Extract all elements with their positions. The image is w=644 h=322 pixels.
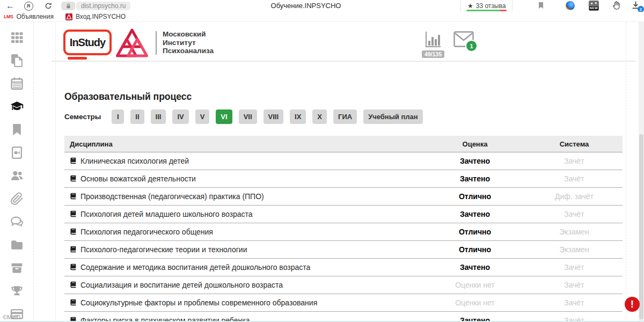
paperclip-icon[interactable]	[10, 192, 24, 206]
bookmark-icon[interactable]	[10, 122, 24, 136]
header-divider	[52, 61, 636, 62]
yandex-search-icon[interactable]: Я	[24, 0, 33, 12]
system-value: Зачёт	[526, 152, 623, 170]
grades-table: Дисциплина Оценка Система Клиническая пс…	[64, 136, 623, 322]
url-text[interactable]: dist.inpsycho.ru	[76, 2, 130, 10]
system-value: Зачёт	[526, 170, 623, 188]
mail-button[interactable]: 1	[453, 31, 474, 48]
refresh-button[interactable]	[43, 0, 54, 12]
semester-button-V[interactable]: V	[195, 109, 210, 124]
discipline-link[interactable]: Производственная (педагогическая) практи…	[80, 192, 264, 201]
semester-button-IV[interactable]: IV	[172, 109, 188, 124]
table-header-row: Дисциплина Оценка Система	[64, 136, 623, 152]
table-row: Психолого-педагогические теории и технол…	[64, 241, 623, 259]
video-file-icon[interactable]	[10, 145, 24, 159]
scrollbar-track[interactable]	[639, 22, 644, 322]
star-icon: ★	[467, 2, 473, 10]
graduation-cap-icon[interactable]	[10, 99, 24, 113]
extension-new-icon[interactable]: NEW	[589, 1, 599, 11]
discipline-link[interactable]: Клиническая психология детей	[80, 157, 189, 165]
bookmarks-bar: LMS Объявления Вход.INPSYCHO	[0, 12, 644, 22]
table-row: Содержание и методика воспитания детей д…	[64, 259, 623, 276]
bookmark-item-announcements[interactable]: LMS Объявления	[4, 13, 54, 20]
semester-button-III[interactable]: III	[151, 109, 166, 124]
discipline-link[interactable]: Психология детей младшего школьного возр…	[80, 210, 253, 218]
semester-button-II[interactable]: II	[130, 109, 144, 124]
scrollbar-thumb[interactable]	[639, 134, 643, 319]
column-system: Система	[526, 136, 623, 152]
book-icon	[70, 299, 77, 306]
semester-button-VIII[interactable]: VIII	[264, 109, 284, 124]
sidebar-icons	[0, 22, 33, 321]
semester-button-ГИА[interactable]: ГИА	[333, 109, 357, 124]
copy-documents-icon[interactable]	[10, 53, 24, 67]
book-icon	[70, 246, 77, 253]
institute-name: Московский Институт Психоанализа	[163, 30, 214, 55]
discipline-link[interactable]: Содержание и методика воспитания детей д…	[80, 263, 310, 272]
chat-icon[interactable]	[10, 215, 24, 229]
reviews-widget[interactable]: ★ 33 отзыва	[460, 0, 513, 11]
discipline-link[interactable]: Психолого-педагогические теории и технол…	[80, 245, 247, 254]
archive-icon[interactable]	[10, 261, 24, 275]
table-row: Психология детей младшего школьного возр…	[64, 206, 623, 223]
semester-button-VI[interactable]: VI	[216, 109, 232, 124]
extension-hand-icon[interactable]	[612, 1, 623, 11]
trophy-icon[interactable]	[10, 284, 24, 298]
sidebar-footer: ©МИП	[3, 314, 20, 320]
column-discipline: Дисциплина	[64, 136, 424, 152]
mip-favicon-icon	[65, 13, 72, 20]
back-button[interactable]: ←	[4, 0, 16, 12]
discipline-link[interactable]: Основы вожатской деятельности	[80, 174, 196, 183]
mip-triangles-logo-icon[interactable]	[115, 28, 149, 60]
discipline-link[interactable]: Социализация и воспитание детей дошкольн…	[80, 281, 283, 289]
folder-icon[interactable]	[10, 238, 24, 252]
browser-toolbar: ← Я dist.inpsycho.ru Обучение.INPSYCHO ★…	[0, 0, 644, 12]
grade-value: Отлично	[424, 223, 526, 241]
table-row: Социокультурные факторы и проблемы совре…	[64, 294, 623, 312]
bookmark-label: Вход.INPSYCHO	[76, 13, 126, 20]
bookmark-item-login[interactable]: Вход.INPSYCHO	[65, 13, 126, 20]
table-row: Производственная (педагогическая) практи…	[64, 188, 623, 206]
semester-button-I[interactable]: I	[112, 109, 124, 124]
calendar-icon[interactable]	[10, 76, 24, 90]
discipline-link[interactable]: Социокультурные факторы и проблемы совре…	[80, 298, 317, 307]
semester-button-IX[interactable]: IX	[290, 109, 306, 124]
system-value: Зачёт	[526, 276, 623, 294]
bar-chart-icon	[423, 30, 443, 49]
table-body: Клиническая психология детейЗачтеноЗачёт…	[64, 152, 623, 322]
discipline-link[interactable]: Психология педагогического общения	[80, 228, 213, 236]
lock-icon[interactable]	[61, 2, 75, 10]
reviews-rating-bar	[466, 10, 507, 11]
grade-value: Отлично	[424, 188, 526, 206]
grid-icon[interactable]	[10, 30, 24, 44]
system-value: Зачёт	[526, 206, 623, 223]
semester-button-Учебный план[interactable]: Учебный план	[363, 109, 422, 124]
grade-value: Оценки нет	[424, 276, 526, 294]
page-content: ©МИП InStudy Московский Институт Психоан…	[0, 22, 644, 322]
semester-selector: Семестры IIIIIIIVVVIVIIVIIIIXXГИАУчебный…	[64, 109, 423, 124]
downloads-button[interactable]: 2	[631, 1, 642, 11]
bookmark-label: Объявления	[17, 13, 54, 20]
system-value: Экзамен	[526, 223, 623, 241]
semester-button-VII[interactable]: VII	[239, 109, 257, 124]
system-value: Зачёт	[526, 259, 623, 276]
progress-widget[interactable]: 49/135	[420, 30, 446, 58]
alert-exclamation-badge[interactable]: !	[625, 297, 640, 312]
book-icon	[70, 228, 77, 235]
semester-button-X[interactable]: X	[312, 109, 327, 124]
users-icon[interactable]	[10, 169, 24, 182]
bookmark-flag-icon[interactable]	[537, 1, 546, 11]
progress-badge: 49/135	[422, 50, 444, 58]
address-bar[interactable]: dist.inpsycho.ru	[61, 2, 130, 10]
reviews-count: 33 отзыва	[476, 2, 506, 10]
table-row: Клиническая психология детейЗачтеноЗачёт	[64, 152, 623, 170]
instudy-logo[interactable]: InStudy	[63, 30, 113, 61]
institute-line: Московский	[163, 30, 214, 39]
book-icon	[70, 193, 77, 200]
grade-value: Отлично	[424, 241, 526, 259]
institute-line: Институт	[163, 39, 214, 47]
column-grade: Оценка	[424, 136, 526, 152]
extension-browser-icon[interactable]	[566, 1, 575, 10]
book-icon	[70, 281, 77, 288]
tab-title: Обучение.INPSYCHO	[271, 2, 341, 10]
